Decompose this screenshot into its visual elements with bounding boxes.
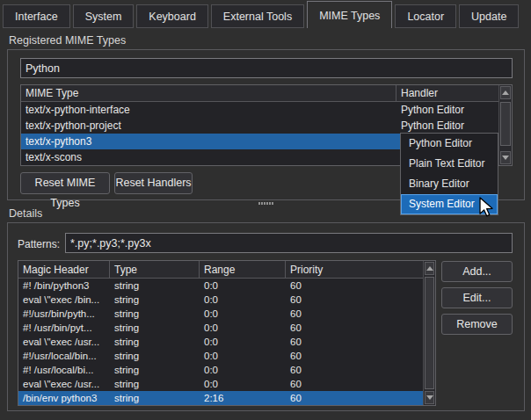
- handler-cell: Python Editor: [396, 102, 498, 118]
- tab-external-tools[interactable]: External Tools: [211, 4, 304, 28]
- priority-cell: 60: [286, 363, 423, 377]
- magic-header-cell: eval \"exec /usr...: [18, 335, 110, 349]
- preferences-dialog: InterfaceSystemKeyboardExternal ToolsMIM…: [0, 0, 531, 420]
- priority-cell: 60: [286, 391, 423, 405]
- add-button[interactable]: Add...: [441, 261, 513, 282]
- priority-cell: 60: [286, 349, 423, 363]
- type-cell: string: [110, 377, 200, 391]
- column-header-mime-type[interactable]: MIME Type: [21, 85, 396, 101]
- type-cell: string: [110, 293, 200, 307]
- mime-type-cell: text/x-scons: [21, 149, 396, 165]
- range-cell: 0:0: [200, 293, 286, 307]
- handler-cell: Python Editor: [396, 118, 498, 134]
- dropdown-item-plain-text-editor[interactable]: Plain Text Editor: [401, 154, 498, 174]
- priority-cell: 60: [286, 321, 423, 335]
- scroll-up-button[interactable]: [425, 262, 434, 275]
- range-cell: 0:0: [200, 279, 286, 293]
- patterns-label: Patterns:: [18, 238, 60, 250]
- column-header-handler[interactable]: Handler: [396, 85, 498, 101]
- range-cell: 0:0: [200, 349, 286, 363]
- range-cell: 0:0: [200, 321, 286, 335]
- magic-table-scrollbar[interactable]: [423, 261, 435, 405]
- column-header-type[interactable]: Type: [110, 261, 200, 278]
- scroll-up-button[interactable]: [500, 86, 511, 99]
- magic-row-eval-exec-bin[interactable]: eval \"exec /bin... string 0:0 60: [18, 293, 423, 307]
- tab-locator[interactable]: Locator: [395, 4, 456, 28]
- edit-button[interactable]: Edit...: [441, 287, 513, 308]
- dropdown-item-binary-editor[interactable]: Binary Editor: [401, 174, 498, 194]
- mime-type-cell: text/x-python3: [21, 134, 396, 149]
- mime-row-text-x-python-project[interactable]: text/x-python-project Python Editor: [21, 118, 498, 134]
- range-cell: 2:16: [200, 391, 286, 405]
- mime-table-header: MIME Type Handler: [21, 85, 498, 102]
- priority-cell: 60: [286, 335, 423, 349]
- reset-mime-types-button[interactable]: Reset MIME Types: [20, 172, 110, 194]
- splitter-handle[interactable]: [258, 202, 273, 205]
- magic-header-cell: /bin/env python3: [18, 391, 110, 405]
- mime-type-cell: text/x-python-project: [21, 118, 396, 134]
- type-cell: string: [110, 349, 200, 363]
- type-cell: string: [110, 321, 200, 335]
- remove-button[interactable]: Remove: [441, 314, 513, 335]
- range-cell: 0:0: [200, 377, 286, 391]
- tab-keyboard[interactable]: Keyboard: [136, 4, 208, 28]
- magic-row-eval-exec-usr[interactable]: eval \"exec /usr... string 0:0 60: [18, 335, 423, 349]
- magic-header-cell: #! /usr/bin/pyt...: [18, 321, 110, 335]
- scrollbar-thumb[interactable]: [500, 102, 511, 146]
- magic-header-cell: #!/usr/local/bin...: [18, 349, 110, 363]
- priority-cell: 60: [286, 377, 423, 391]
- magic-header-cell: #! /usr/local/bi...: [18, 363, 110, 377]
- up-arrow-icon: [502, 91, 509, 95]
- mime-table-scrollbar[interactable]: [498, 85, 512, 165]
- magic-table-header: Magic Header Type Range Priority: [18, 261, 423, 279]
- reset-handlers-button[interactable]: Reset Handlers: [114, 172, 193, 194]
- magic-row-usr-local-bin[interactable]: #!/usr/local/bin... string 0:0 60: [18, 349, 423, 363]
- magic-row-bin-python3[interactable]: #! /bin/python3 string 0:0 60: [18, 279, 423, 293]
- scroll-down-button[interactable]: [500, 151, 511, 164]
- magic-header-cell: #! /bin/python3: [18, 279, 110, 293]
- range-cell: 0:0: [200, 335, 286, 349]
- tab-mime-types[interactable]: MIME Types: [307, 1, 392, 28]
- tab-interface[interactable]: Interface: [3, 4, 70, 28]
- mime-type-cell: text/x-python-interface: [21, 102, 396, 118]
- tab-update[interactable]: Update: [459, 4, 519, 28]
- tab-bar: InterfaceSystemKeyboardExternal ToolsMIM…: [3, 1, 519, 28]
- type-cell: string: [110, 391, 200, 405]
- magic-header-cell: eval \"exec /bin...: [18, 293, 110, 307]
- scrollbar-thumb[interactable]: [425, 277, 434, 389]
- down-arrow-icon: [426, 395, 433, 400]
- type-cell: string: [110, 363, 200, 377]
- type-cell: string: [110, 335, 200, 349]
- priority-cell: 60: [286, 307, 423, 321]
- type-cell: string: [110, 307, 200, 321]
- column-header-magic-header[interactable]: Magic Header: [18, 261, 110, 278]
- magic-table-rows: #! /bin/python3 string 0:0 60 eval \"exe…: [18, 279, 435, 405]
- up-arrow-icon: [426, 266, 433, 271]
- priority-cell: 60: [286, 293, 423, 307]
- column-header-priority[interactable]: Priority: [286, 261, 423, 278]
- range-cell: 0:0: [200, 363, 286, 377]
- mime-filter-input[interactable]: [20, 58, 513, 78]
- type-cell: string: [110, 279, 200, 293]
- magic-header-cell: eval \"exec /usr...: [18, 377, 110, 391]
- magic-headers-table: Magic Header Type Range Priority #! /bin…: [18, 260, 436, 406]
- patterns-input[interactable]: [65, 233, 513, 253]
- priority-cell: 60: [286, 279, 423, 293]
- down-arrow-icon: [502, 156, 509, 160]
- magic-row-usr-local-bi[interactable]: #! /usr/local/bi... string 0:0 60: [18, 363, 423, 377]
- registered-mime-types-title: Registered MIME Types: [9, 34, 126, 47]
- mouse-cursor-icon: [477, 197, 495, 221]
- scroll-down-button[interactable]: [425, 391, 434, 404]
- range-cell: 0:0: [200, 307, 286, 321]
- magic-row-eval-exec-usr[interactable]: eval \"exec /usr... string 0:0 60: [18, 377, 423, 391]
- magic-row-bin-env-python3[interactable]: /bin/env python3 string 2:16 60: [18, 391, 423, 405]
- magic-row-usr-bin-pyt[interactable]: #! /usr/bin/pyt... string 0:0 60: [18, 321, 423, 335]
- magic-header-cell: #!/usr/bin/pyth...: [18, 307, 110, 321]
- details-title: Details: [9, 207, 42, 220]
- dropdown-item-python-editor[interactable]: Python Editor: [401, 134, 498, 154]
- magic-row-usr-bin-pyth[interactable]: #!/usr/bin/pyth... string 0:0 60: [18, 307, 423, 321]
- mime-row-text-x-python-interface[interactable]: text/x-python-interface Python Editor: [21, 102, 498, 118]
- column-header-range[interactable]: Range: [200, 261, 286, 278]
- tab-system[interactable]: System: [73, 4, 135, 28]
